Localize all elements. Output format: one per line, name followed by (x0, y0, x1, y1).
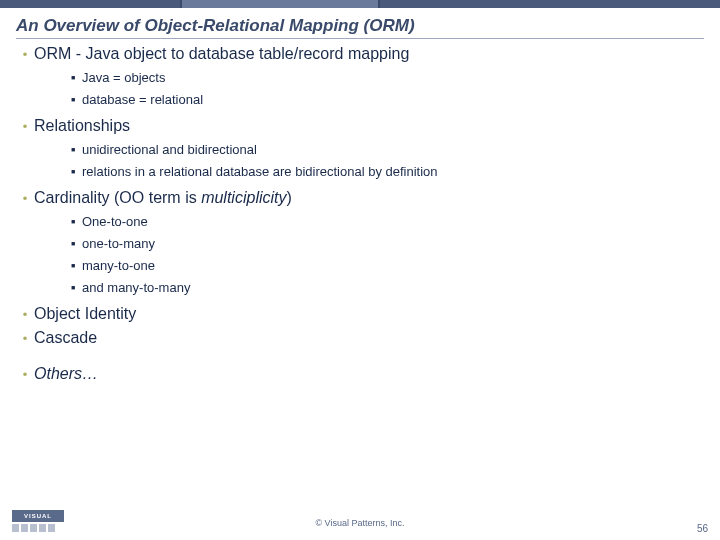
bullet-others: • Others… (16, 365, 704, 383)
sub-item: ■many-to-one (64, 258, 704, 273)
sub-text: relations in a relational database are b… (82, 164, 438, 179)
sub-item: ■one-to-many (64, 236, 704, 251)
bullet-icon: • (16, 120, 34, 133)
cardinality-term: multiciplicity (201, 189, 286, 206)
square-icon: ■ (64, 240, 82, 247)
slide-title: An Overview of Object-Relational Mapping… (0, 8, 720, 38)
bullet-icon: • (16, 48, 34, 61)
sub-text: One-to-one (82, 214, 148, 229)
slide: An Overview of Object-Relational Mapping… (0, 0, 720, 540)
sub-item: ■unidirectional and bidirectional (64, 142, 704, 157)
bullet-cardinality: • Cardinality (OO term is multiciplicity… (16, 189, 704, 295)
sub-text: and many-to-many (82, 280, 190, 295)
square-icon: ■ (64, 218, 82, 225)
cardinality-suffix: ) (286, 189, 291, 206)
sub-item: ■relations in a relational database are … (64, 164, 704, 179)
content: • ORM - Java object to database table/re… (0, 45, 720, 383)
sub-item: ■One-to-one (64, 214, 704, 229)
cardinality-prefix: Cardinality (OO term is (34, 189, 201, 206)
bullet-icon: • (16, 368, 34, 381)
square-icon: ■ (64, 168, 82, 175)
bullet-text: Relationships (34, 117, 130, 135)
logo-text: VISUAL (24, 513, 52, 519)
bullet-object-identity: • Object Identity (16, 305, 704, 323)
bullet-text: Object Identity (34, 305, 136, 323)
bullet-icon: • (16, 192, 34, 205)
bullet-text: Cascade (34, 329, 97, 347)
square-icon: ■ (64, 284, 82, 291)
sub-text: unidirectional and bidirectional (82, 142, 257, 157)
top-bar-accent (180, 0, 380, 8)
square-icon: ■ (64, 96, 82, 103)
bullet-relationships: • Relationships ■unidirectional and bidi… (16, 117, 704, 179)
sub-text: Java = objects (82, 70, 165, 85)
sub-item: ■Java = objects (64, 70, 704, 85)
square-icon: ■ (64, 146, 82, 153)
bullet-icon: • (16, 308, 34, 321)
footer: VISUAL © Visual Patterns, Inc. 56 (0, 510, 720, 534)
bullet-text: Cardinality (OO term is multiciplicity) (34, 189, 292, 207)
logo: VISUAL (12, 510, 64, 534)
sub-text: one-to-many (82, 236, 155, 251)
top-bar (0, 0, 720, 8)
title-underline (16, 38, 704, 39)
square-icon: ■ (64, 262, 82, 269)
sub-item: ■and many-to-many (64, 280, 704, 295)
copyright: © Visual Patterns, Inc. (315, 518, 404, 528)
bullet-text: Others… (34, 365, 98, 383)
bullet-cascade: • Cascade (16, 329, 704, 347)
square-icon: ■ (64, 74, 82, 81)
sub-text: database = relational (82, 92, 203, 107)
bullet-icon: • (16, 332, 34, 345)
sub-item: ■database = relational (64, 92, 704, 107)
bullet-text: ORM - Java object to database table/reco… (34, 45, 409, 63)
bullet-orm: • ORM - Java object to database table/re… (16, 45, 704, 107)
sub-text: many-to-one (82, 258, 155, 273)
page-number: 56 (697, 523, 708, 534)
